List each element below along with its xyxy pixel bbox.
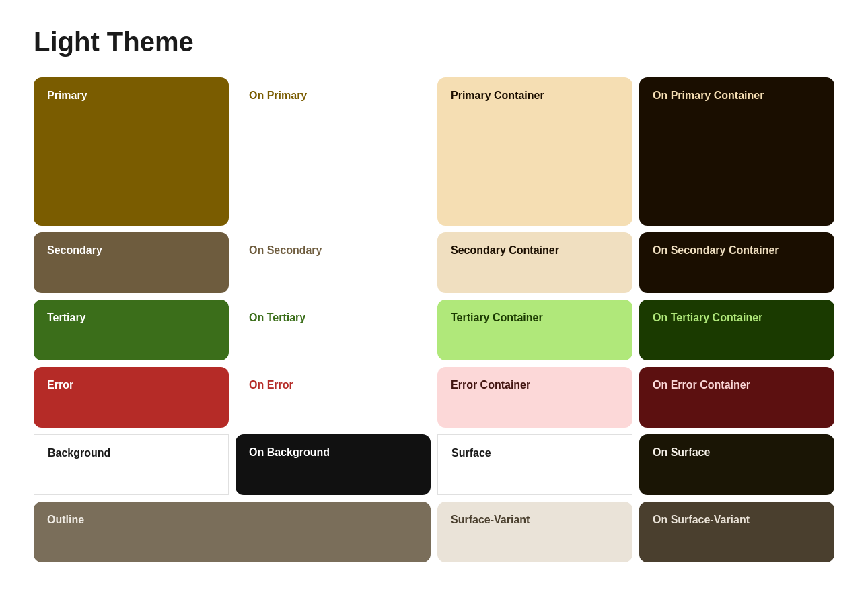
color-cell: On Tertiary Container xyxy=(639,300,834,360)
color-label: Surface-Variant xyxy=(451,514,530,526)
color-label: On Primary Container xyxy=(653,90,764,102)
color-cell: Primary xyxy=(34,77,229,226)
color-cell: Background xyxy=(34,434,229,495)
color-label: Surface xyxy=(451,447,491,459)
color-label: On Error Container xyxy=(653,379,750,391)
color-label: On Surface-Variant xyxy=(653,514,750,526)
color-cell: On Secondary Container xyxy=(639,232,834,293)
color-label: Primary xyxy=(47,90,87,102)
color-cell: Tertiary Container xyxy=(437,300,632,360)
color-cell: On Primary xyxy=(236,77,431,226)
color-cell: Secondary xyxy=(34,232,229,293)
color-label: On Tertiary Container xyxy=(653,312,762,324)
color-label: On Background xyxy=(249,446,330,459)
color-cell: On Surface-Variant xyxy=(639,502,834,562)
color-cell: Tertiary xyxy=(34,300,229,360)
color-cell: On Primary Container xyxy=(639,77,834,226)
color-cell: Secondary Container xyxy=(437,232,632,293)
color-label: Outline xyxy=(47,514,84,526)
color-label: Secondary Container xyxy=(451,244,559,257)
color-label: Tertiary Container xyxy=(451,312,543,324)
color-cell: On Background xyxy=(236,434,431,495)
color-cell: On Surface xyxy=(639,434,834,495)
color-label: On Secondary xyxy=(249,244,322,257)
color-cell: Error xyxy=(34,367,229,428)
color-cell: Outline xyxy=(34,502,431,562)
color-label: On Secondary Container xyxy=(653,244,779,257)
color-label: Background xyxy=(48,447,110,459)
color-cell: On Error xyxy=(236,367,431,428)
page-title: Light Theme xyxy=(34,27,834,57)
color-cell: On Secondary xyxy=(236,232,431,293)
color-label: Secondary xyxy=(47,244,102,257)
color-label: Error xyxy=(47,379,73,391)
color-cell: Primary Container xyxy=(437,77,632,226)
color-label: Tertiary xyxy=(47,312,86,324)
color-grid: PrimaryOn PrimaryPrimary ContainerOn Pri… xyxy=(34,77,834,562)
color-label: On Error xyxy=(249,379,293,391)
color-cell: Surface-Variant xyxy=(437,502,632,562)
color-label: On Primary xyxy=(249,90,307,102)
color-cell: Error Container xyxy=(437,367,632,428)
color-cell: On Error Container xyxy=(639,367,834,428)
color-cell: On Tertiary xyxy=(236,300,431,360)
color-label: Primary Container xyxy=(451,90,544,102)
color-cell: Surface xyxy=(437,434,632,495)
color-label: On Tertiary xyxy=(249,312,305,324)
color-label: Error Container xyxy=(451,379,530,391)
color-label: On Surface xyxy=(653,446,710,459)
